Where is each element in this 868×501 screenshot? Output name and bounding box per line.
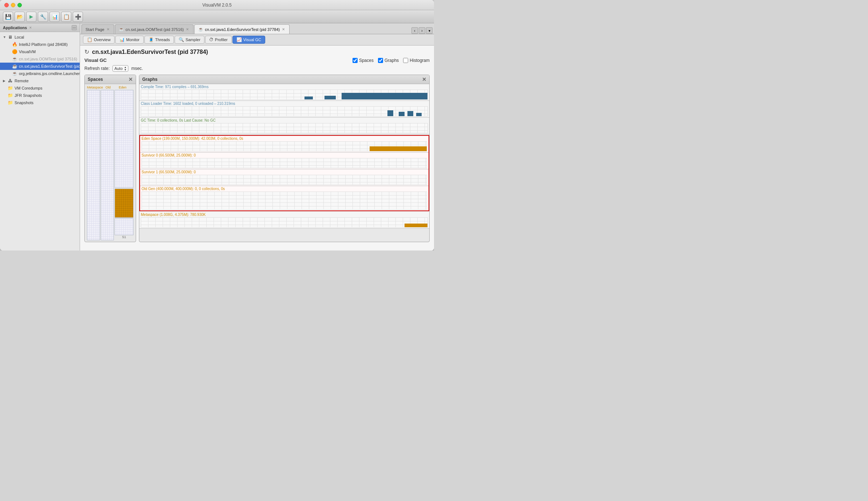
visualvm-label: VisualVM — [19, 50, 36, 54]
nav-tabs: 📋 Overview 📊 Monitor 🧵 Threads 🔍 Sampler… — [80, 34, 434, 46]
old-gen-label: Old Gen (400.000M, 400.000M): 0, 0 colle… — [142, 187, 427, 191]
local-label: Local — [15, 35, 24, 39]
class-loader-label: Class Loader Time: 1602 loaded, 0 unload… — [141, 102, 428, 106]
spinner-arrows[interactable]: ▲ ▼ — [124, 66, 127, 71]
remote-arrow: ▶ — [3, 79, 7, 83]
tab-threads[interactable]: 🧵 Threads — [144, 36, 174, 44]
snapshots-label: Snapshots — [15, 100, 33, 105]
metaspace-grid — [87, 90, 100, 240]
tab-profiler[interactable]: ⏱ Profiler — [205, 36, 232, 44]
panels-row: Spaces ✕ Metaspace Old Eden — [84, 75, 430, 242]
sidebar-item-remote[interactable]: ▶ 🖧 Remote — [0, 77, 80, 84]
s0-box — [115, 189, 134, 218]
tab-oomtest-icon: ☕ — [119, 27, 124, 32]
spaces-panel-title: Spaces — [88, 77, 103, 82]
spaces-checkbox-label: Spaces — [359, 58, 374, 63]
sidebar-item-snapshots[interactable]: 📁 Snapshots — [0, 99, 80, 106]
sidebar-item-oomtest[interactable]: ☕ cn.sxt.java.OOMTest (pid 37516) — [0, 55, 80, 63]
sidebar: Applications ✕ — ▼ 🖥 Local 🔥 IntelliJ Pl… — [0, 23, 80, 250]
old-column — [101, 90, 114, 240]
sidebar-item-jfrsnapshots[interactable]: 📁 JFR Snapshots — [0, 92, 80, 99]
tab-startpage[interactable]: Start Page ✕ — [81, 24, 114, 34]
sampler-icon: 🔍 — [179, 37, 184, 42]
toolbar-open[interactable]: 📂 — [15, 12, 25, 22]
tab-oomtest-close[interactable]: ✕ — [185, 27, 190, 32]
gc-time-label: GC Time: 0 collections, 0s Last Cause: N… — [141, 118, 428, 122]
tab-profiler-label: Profiler — [215, 38, 228, 42]
minimize-button[interactable] — [11, 3, 15, 7]
maximize-button[interactable] — [17, 3, 22, 7]
tab-overview-label: Overview — [94, 38, 111, 42]
tab-edentest[interactable]: ☕ cn.sxt.java1.EdenSurvivorTest (pid 377… — [194, 24, 290, 34]
tab-visualgc[interactable]: 📈 Visual GC — [232, 36, 265, 44]
traffic-lights — [4, 3, 22, 7]
visualgc-icon: 📈 — [236, 37, 242, 42]
sidebar-item-local[interactable]: ▼ 🖥 Local — [0, 33, 80, 41]
spinner-up[interactable]: ▲ — [124, 66, 127, 68]
computer-icon: 🖥 — [7, 34, 13, 40]
survivor0-grid — [142, 158, 427, 168]
sidebar-item-vmcoredumps[interactable]: 📁 VM Coredumps — [0, 84, 80, 92]
graph-survivor1: Survivor 1 (66.500M, 25.000M): 0 — [140, 169, 429, 186]
vmcoredumps-icon: 📁 — [7, 85, 13, 91]
metaspace-grid-bg — [141, 218, 427, 227]
sidebar-minimize-btn[interactable]: — — [72, 25, 77, 30]
graphs-checkbox-item: Graphs — [378, 58, 399, 63]
tab-startpage-label: Start Page — [85, 27, 104, 32]
tab-startpage-close[interactable]: ✕ — [106, 27, 110, 32]
launcher-icon: ☕ — [12, 71, 17, 76]
page-title: cn.sxt.java1.EdenSurvivorTest (pid 37784… — [92, 49, 208, 55]
spaces-panel-header: Spaces ✕ — [85, 75, 136, 84]
spaces-checkbox[interactable] — [353, 58, 358, 63]
survivor1-grid — [142, 175, 427, 185]
monitor-icon: 📊 — [119, 37, 125, 42]
tab-monitor[interactable]: 📊 Monitor — [115, 36, 144, 44]
highlighted-graphs-group: Eden Space (199.000M, 150.000M): 42.003M… — [139, 135, 429, 211]
class-loader-bar2 — [399, 112, 405, 116]
tab-edentest-close[interactable]: ✕ — [281, 27, 286, 32]
spaces-panel: Spaces ✕ Metaspace Old Eden — [84, 75, 136, 242]
compile-time-canvas — [141, 90, 428, 100]
tab-oomtest-label: cn.sxt.java.OOMTest (pid 37516) — [126, 27, 184, 32]
main-layout: Applications ✕ — ▼ 🖥 Local 🔥 IntelliJ Pl… — [0, 23, 434, 250]
tab-next-button[interactable]: › — [419, 27, 425, 34]
tab-sampler[interactable]: 🔍 Sampler — [175, 36, 204, 44]
spaces-panel-close[interactable]: ✕ — [128, 76, 133, 82]
spinner-down[interactable]: ▼ — [124, 68, 127, 71]
sidebar-item-launcher[interactable]: ☕ org.jetbrains.jps.cmdline.Launcher (pi… — [0, 70, 80, 77]
graphs-content: Compile Time: 971 compiles – 691.369ms — [139, 84, 429, 242]
histogram-checkbox[interactable] — [403, 58, 408, 63]
sidebar-item-intellij[interactable]: 🔥 IntelliJ Platform (pid 28408) — [0, 41, 80, 48]
toolbar-add[interactable]: ➕ — [73, 12, 83, 22]
tab-oomtest[interactable]: ☕ cn.sxt.java.OOMTest (pid 37516) ✕ — [115, 24, 194, 34]
refresh-value: Auto — [114, 66, 123, 71]
gc-time-grid — [141, 123, 427, 133]
toolbar-snapshot[interactable]: 📋 — [61, 12, 71, 22]
title-bar: VisualVM 2.0.5 — [0, 0, 434, 10]
eden-space-bar — [370, 146, 427, 151]
survivor0-label: Survivor 0 (66.500M, 25.000M): 0 — [142, 153, 427, 157]
remote-label: Remote — [15, 79, 29, 83]
class-loader-grid — [141, 107, 427, 116]
graphs-checkbox[interactable] — [378, 58, 383, 63]
threads-icon: 🧵 — [148, 37, 154, 42]
toolbar-save[interactable]: 💾 — [3, 12, 13, 22]
toolbar-profile[interactable]: 📊 — [49, 12, 60, 22]
graphs-panel-close[interactable]: ✕ — [422, 76, 426, 82]
tab-overview[interactable]: 📋 Overview — [83, 36, 115, 44]
refresh-icon[interactable]: ↻ — [84, 48, 89, 55]
refresh-row: Refresh rate: Auto ▲ ▼ msec. — [84, 65, 430, 72]
jfrsnapshots-label: JFR Snapshots — [15, 93, 42, 98]
profiler-icon: ⏱ — [209, 37, 214, 42]
class-loader-canvas — [141, 106, 428, 117]
s1-label: S1 — [115, 235, 134, 239]
close-button[interactable] — [4, 3, 9, 7]
histogram-checkbox-label: Histogram — [410, 58, 430, 63]
tab-list-button[interactable]: ▾ — [426, 27, 433, 34]
toolbar-debug[interactable]: 🔧 — [38, 12, 48, 22]
toolbar-run[interactable]: ▶ — [26, 12, 36, 22]
sidebar-item-visualvm[interactable]: 🟠 VisualVM — [0, 48, 80, 55]
sidebar-item-edentest[interactable]: ☕ cn.sxt.java1.EdenSurvivorTest (pid 377… — [0, 63, 80, 70]
tab-prev-button[interactable]: ‹ — [411, 27, 418, 34]
tab-sampler-label: Sampler — [186, 38, 200, 42]
